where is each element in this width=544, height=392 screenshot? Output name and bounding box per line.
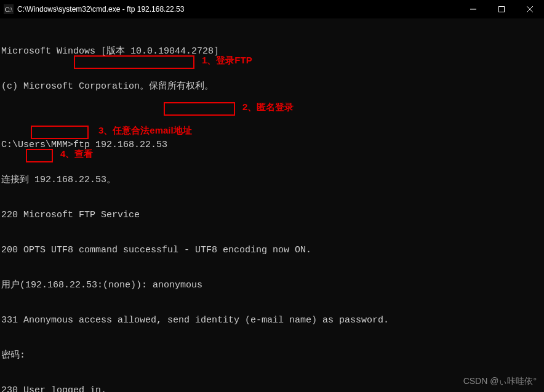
- annotation-label-4: 4、查看: [60, 148, 93, 159]
- window-title: C:\Windows\system32\cmd.exe - ftp 192.16…: [17, 5, 459, 14]
- terminal-output[interactable]: Microsoft Windows [版本 10.0.19044.2728] (…: [0, 18, 544, 392]
- annotation-box-2: [164, 102, 235, 116]
- annotation-label-3: 3、任意合法email地址: [98, 124, 192, 136]
- terminal-line: Microsoft Windows [版本 10.0.19044.2728]: [1, 46, 543, 57]
- maximize-button[interactable]: [487, 0, 516, 18]
- terminal-line: 用户(192.168.22.53:(none)): anonymous: [1, 279, 543, 291]
- terminal-line: 连接到 192.168.22.53。: [1, 174, 543, 186]
- window-controls: [459, 0, 544, 18]
- terminal-line: 230 User logged in.: [1, 385, 543, 392]
- terminal-line: 密码:: [1, 350, 543, 361]
- terminal-line: (c) Microsoft Corporation。保留所有权利。: [1, 81, 543, 92]
- annotation-box-3: [31, 126, 89, 139]
- annotation-label-1: 1、登录FTP: [202, 54, 252, 66]
- minimize-button[interactable]: [459, 0, 487, 18]
- terminal-line: 331 Anonymous access allowed, send ident…: [1, 314, 543, 326]
- terminal-line: 200 OPTS UTF8 command successful - UTF8 …: [1, 244, 543, 256]
- svg-text:C:\: C:\: [5, 6, 12, 13]
- cmd-icon: C:\: [4, 4, 14, 14]
- svg-rect-3: [499, 7, 505, 12]
- annotation-label-2: 2、匿名登录: [242, 101, 294, 113]
- close-button[interactable]: [516, 0, 544, 18]
- terminal-line: 220 Microsoft FTP Service: [1, 209, 543, 221]
- watermark-text: CSDN @ぃ咔哇依°: [463, 376, 537, 387]
- annotation-box-1: [74, 55, 194, 69]
- annotation-box-4: [26, 149, 53, 162]
- window-titlebar: C:\ C:\Windows\system32\cmd.exe - ftp 19…: [0, 0, 544, 18]
